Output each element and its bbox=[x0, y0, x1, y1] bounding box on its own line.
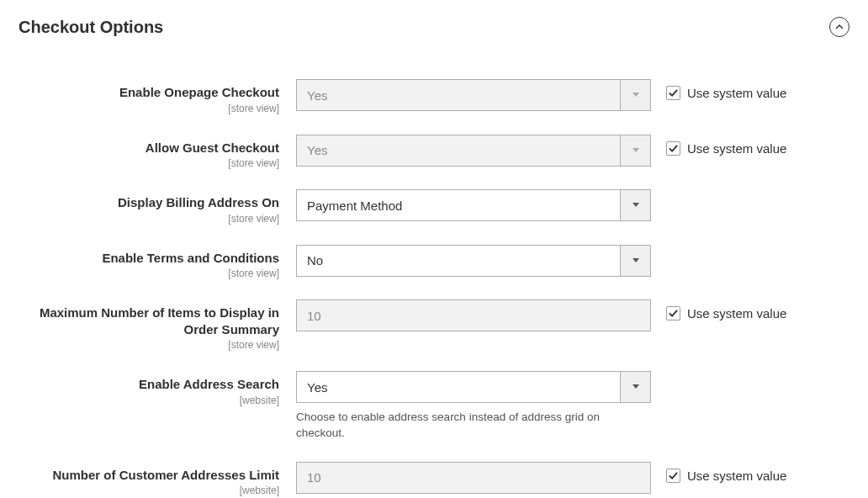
section-title: Checkout Options bbox=[19, 18, 163, 37]
chevron-down-icon bbox=[620, 135, 650, 166]
select-guest-checkout: Yes bbox=[296, 135, 651, 167]
select-value: Yes bbox=[297, 88, 620, 103]
scope-address-search: [website] bbox=[19, 395, 279, 406]
scope-enable-onepage: [store view] bbox=[19, 103, 279, 114]
checkbox-sysval-addrlimit[interactable] bbox=[666, 469, 680, 483]
check-icon bbox=[669, 471, 678, 480]
row-address-search: Enable Address Search [website] Yes Choo… bbox=[19, 371, 849, 442]
chevron-up-icon bbox=[835, 23, 844, 31]
label-address-limit: Number of Customer Addresses Limit bbox=[19, 467, 279, 484]
scope-terms: [store view] bbox=[19, 268, 279, 279]
helper-address-search: Choose to enable address search instead … bbox=[296, 410, 651, 442]
select-billing-address[interactable]: Payment Method bbox=[296, 189, 651, 221]
sysval-label: Use system value bbox=[687, 306, 786, 321]
sysval-label: Use system value bbox=[687, 86, 786, 100]
row-guest-checkout: Allow Guest Checkout [store view] Yes Us… bbox=[19, 135, 849, 170]
row-enable-onepage: Enable Onepage Checkout [store view] Yes… bbox=[19, 79, 849, 114]
input-address-limit bbox=[296, 462, 651, 494]
chevron-down-icon bbox=[620, 80, 650, 110]
select-value: Payment Method bbox=[297, 199, 620, 213]
select-enable-onepage: Yes bbox=[296, 79, 651, 111]
scope-billing-address: [store view] bbox=[19, 213, 279, 225]
checkbox-sysval-onepage[interactable] bbox=[666, 86, 680, 100]
select-value: Yes bbox=[297, 380, 620, 395]
sysval-label: Use system value bbox=[687, 469, 786, 483]
check-icon bbox=[669, 144, 678, 153]
label-enable-onepage: Enable Onepage Checkout bbox=[19, 84, 279, 101]
select-value: No bbox=[297, 253, 620, 268]
row-terms: Enable Terms and Conditions [store view]… bbox=[19, 245, 849, 280]
input-max-items bbox=[296, 299, 651, 331]
check-icon bbox=[669, 88, 678, 98]
row-billing-address: Display Billing Address On [store view] … bbox=[19, 189, 849, 225]
check-icon bbox=[669, 309, 678, 318]
label-billing-address: Display Billing Address On bbox=[19, 194, 279, 211]
scope-address-limit: [website] bbox=[19, 485, 279, 496]
collapse-toggle[interactable] bbox=[829, 17, 849, 37]
chevron-down-icon bbox=[620, 372, 650, 402]
scope-max-items: [store view] bbox=[19, 339, 279, 351]
row-address-limit: Number of Customer Addresses Limit [webs… bbox=[19, 462, 849, 498]
label-max-items: Maximum Number of Items to Display in Or… bbox=[19, 305, 279, 337]
chevron-down-icon bbox=[620, 190, 650, 220]
checkbox-sysval-maxitems[interactable] bbox=[666, 306, 680, 321]
row-max-items: Maximum Number of Items to Display in Or… bbox=[19, 299, 849, 351]
scope-guest-checkout: [store view] bbox=[19, 157, 279, 169]
checkbox-sysval-guest[interactable] bbox=[666, 141, 680, 156]
chevron-down-icon bbox=[620, 246, 650, 276]
label-guest-checkout: Allow Guest Checkout bbox=[19, 140, 279, 156]
select-value: Yes bbox=[297, 143, 620, 157]
label-terms: Enable Terms and Conditions bbox=[19, 250, 279, 267]
sysval-label: Use system value bbox=[687, 141, 786, 156]
select-address-search[interactable]: Yes bbox=[296, 371, 651, 403]
label-address-search: Enable Address Search bbox=[19, 376, 279, 393]
select-terms[interactable]: No bbox=[296, 245, 651, 277]
